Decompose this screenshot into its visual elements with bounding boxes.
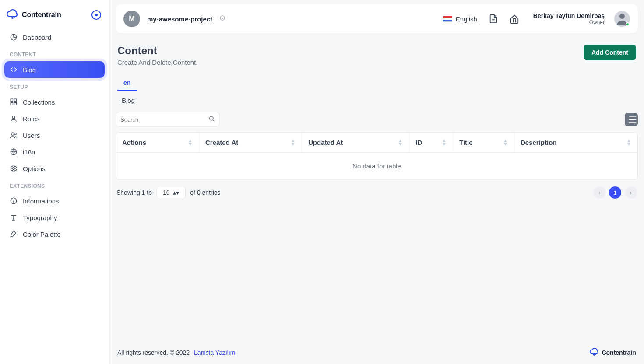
search-input[interactable] (120, 116, 208, 123)
sidebar-item-label: Collections (23, 98, 55, 106)
svg-point-7 (11, 133, 14, 135)
svg-point-6 (12, 116, 15, 119)
search-box (116, 112, 220, 127)
col-description[interactable]: Description▲▼ (514, 133, 637, 153)
grid-icon (10, 98, 18, 106)
sidebar-item-users[interactable]: Users (4, 127, 105, 144)
list-view-button[interactable] (625, 113, 638, 126)
add-content-button[interactable]: Add Content (584, 45, 636, 60)
info-icon[interactable] (219, 15, 225, 23)
dashboard-icon (10, 33, 18, 41)
content-table: Actions▲▼ Created At▲▼ Updated At▲▼ ID▲▼… (116, 132, 638, 180)
svg-point-8 (14, 133, 17, 135)
page-size-select[interactable]: 10 ▴▾ (156, 186, 186, 199)
project-initial-chip[interactable]: M (123, 10, 140, 27)
avatar[interactable] (614, 11, 630, 27)
footer-link[interactable]: Lanista Yazılım (194, 349, 235, 356)
svg-rect-3 (14, 99, 17, 101)
sidebar-item-label: Informations (23, 197, 59, 205)
typography-icon (10, 214, 18, 221)
nav-section-setup: SETUP (4, 78, 105, 94)
sidebar-item-label: Color Palette (23, 231, 61, 238)
language-switcher[interactable]: English (443, 15, 477, 23)
sidebar-item-roles[interactable]: Roles (4, 110, 105, 127)
sidebar: Contentrain Dasboard CONTENT Blog SETUP … (0, 0, 109, 364)
sidebar-item-label: Typography (23, 214, 57, 221)
col-title[interactable]: Title▲▼ (453, 133, 514, 153)
user-role-icon (10, 115, 18, 122)
sidebar-item-blog[interactable]: Blog (4, 61, 105, 78)
collection-label: Blog (116, 91, 638, 112)
gear-icon (10, 164, 18, 172)
page-number[interactable]: 1 (609, 186, 621, 199)
col-updated-at[interactable]: Updated At▲▼ (302, 133, 409, 153)
topbar: M my-awesome-project English Berkay Tayf… (116, 4, 638, 33)
search-icon (208, 116, 215, 124)
footer-brand: Contentrain (589, 347, 636, 358)
language-label: English (456, 15, 477, 23)
table-empty: No data for table (116, 153, 637, 179)
info-icon (10, 197, 18, 205)
nav-section-content: CONTENT (4, 46, 105, 61)
main: M my-awesome-project English Berkay Tayf… (109, 0, 644, 364)
sidebar-item-label: Roles (23, 115, 39, 122)
sidebar-item-label: Users (23, 132, 40, 139)
home-icon[interactable] (510, 14, 519, 24)
us-flag-icon (443, 16, 452, 22)
user-role: Owner (533, 19, 605, 25)
svg-point-14 (210, 116, 214, 120)
col-created-at[interactable]: Created At▲▼ (199, 133, 302, 153)
showing-before: Showing 1 to (116, 189, 152, 196)
svg-point-0 (95, 14, 98, 16)
svg-point-13 (619, 14, 625, 19)
cloud-logo-icon (589, 347, 599, 358)
sidebar-item-typography[interactable]: Typography (4, 209, 105, 226)
sidebar-item-color-palette[interactable]: Color Palette (4, 226, 105, 242)
svg-rect-5 (14, 103, 17, 105)
col-actions[interactable]: Actions▲▼ (116, 133, 199, 153)
footer: All rights reserved. © 2022 Lanista Yazı… (116, 343, 638, 364)
sidebar-item-options[interactable]: Options (4, 160, 105, 177)
sidebar-item-label: i18n (23, 148, 35, 156)
next-page-button[interactable]: › (625, 186, 637, 199)
sidebar-item-dashboard[interactable]: Dasboard (4, 29, 105, 46)
svg-point-10 (13, 168, 15, 170)
sidebar-item-label: Options (23, 165, 46, 172)
code-icon (10, 66, 18, 74)
sidebar-item-label: Dasboard (23, 34, 51, 41)
page-subtitle: Create And Delete Content. (117, 59, 197, 66)
footer-text: All rights reserved. © 2022 (117, 349, 190, 356)
document-icon[interactable] (489, 14, 498, 24)
globe-icon (10, 148, 18, 156)
nav-section-extensions: EXTENSIONS (4, 177, 105, 192)
sidebar-item-collections[interactable]: Collections (4, 94, 105, 110)
tab-en[interactable]: en (117, 76, 137, 91)
svg-rect-4 (11, 103, 13, 105)
sidebar-item-i18n[interactable]: i18n (4, 144, 105, 160)
brand-label: Contentrain (22, 11, 61, 19)
project-name: my-awesome-project (147, 15, 212, 23)
users-icon (10, 131, 18, 139)
locate-icon[interactable] (91, 10, 101, 20)
footer-brand-label: Contentrain (602, 349, 636, 356)
cloud-logo-icon (6, 8, 18, 22)
sidebar-item-informations[interactable]: Informations (4, 192, 105, 209)
col-id[interactable]: ID▲▼ (409, 133, 453, 153)
page-title: Content (117, 45, 197, 57)
sidebar-item-label: Blog (23, 66, 36, 74)
online-status-dot (626, 22, 630, 26)
prev-page-button[interactable]: ‹ (593, 186, 605, 199)
pen-icon (10, 230, 18, 238)
brand-logo[interactable]: Contentrain (6, 8, 61, 22)
svg-rect-2 (11, 99, 13, 101)
user-block[interactable]: Berkay Tayfun Demirbaş Owner (533, 12, 605, 25)
showing-after: of 0 entries (190, 189, 220, 196)
user-name: Berkay Tayfun Demirbaş (533, 12, 605, 19)
